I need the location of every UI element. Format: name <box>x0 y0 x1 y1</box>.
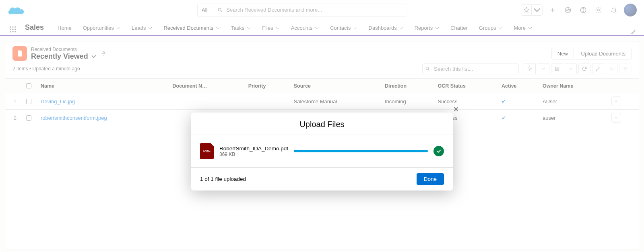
upload-file-name: RobertSmith_IDA_Demo.pdf <box>219 145 288 152</box>
done-button[interactable]: Done <box>417 173 444 185</box>
modal-title: Upload Files <box>191 113 453 135</box>
modal-scrim: Upload Files PDF RobertSmith_IDA_Demo.pd… <box>0 0 644 252</box>
upload-success-icon <box>433 146 444 156</box>
close-icon[interactable] <box>452 105 460 113</box>
upload-status-text: 1 of 1 file uploaded <box>200 176 246 182</box>
upload-file-size: 369 KB <box>219 152 288 157</box>
upload-files-modal: Upload Files PDF RobertSmith_IDA_Demo.pd… <box>191 113 453 191</box>
upload-progress-bar <box>294 150 428 152</box>
modal-footer: 1 of 1 file uploaded Done <box>191 168 453 191</box>
pdf-file-icon: PDF <box>200 143 214 159</box>
upload-file-row: PDF RobertSmith_IDA_Demo.pdf 369 KB <box>191 135 453 168</box>
